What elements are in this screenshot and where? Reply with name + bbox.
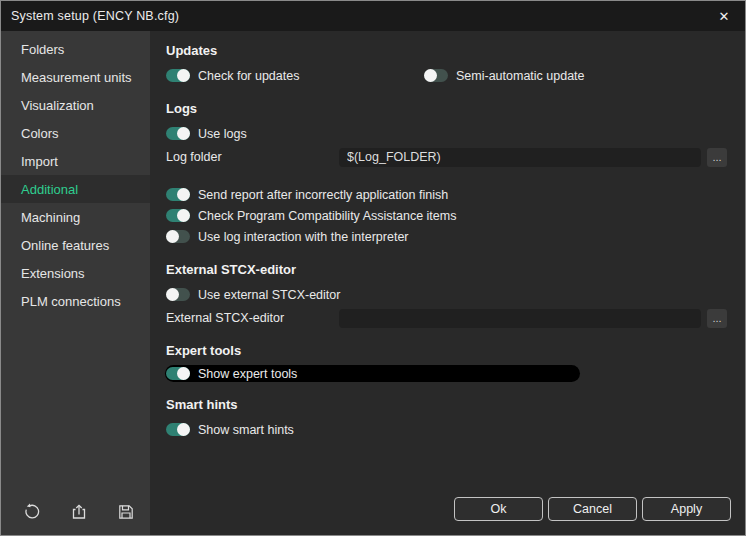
- send-report-row: Send report after incorrectly applicatio…: [166, 184, 727, 205]
- sidebar-item-measurement-units[interactable]: Measurement units: [1, 63, 150, 91]
- log-folder-row: Log folder ...: [166, 147, 727, 167]
- toggle-knob: [177, 188, 190, 201]
- section-title-expert-tools: Expert tools: [166, 343, 727, 358]
- toggle-knob: [177, 127, 190, 140]
- show-smart-hints-row: Show smart hints: [166, 419, 727, 440]
- cancel-button[interactable]: Cancel: [548, 497, 637, 521]
- use-logs-label: Use logs: [198, 127, 247, 141]
- dialog-buttons: Ok Cancel Apply: [150, 497, 745, 535]
- toggle-knob: [166, 230, 179, 243]
- system-setup-dialog: System setup (ENCY NB.cfg) ✕ Folders Mea…: [0, 0, 746, 536]
- use-logs-row: Use logs: [166, 123, 727, 144]
- export-icon[interactable]: [69, 503, 88, 522]
- sidebar-item-online-features[interactable]: Online features: [1, 231, 150, 259]
- use-external-stcx-editor-toggle[interactable]: [166, 288, 190, 301]
- toggle-knob: [177, 69, 190, 82]
- log-folder-browse-button[interactable]: ...: [707, 148, 727, 167]
- check-pca-toggle[interactable]: [166, 209, 190, 222]
- sidebar-item-import[interactable]: Import: [1, 147, 150, 175]
- semi-automatic-update-label: Semi-automatic update: [456, 69, 585, 83]
- send-report-toggle[interactable]: [166, 188, 190, 201]
- show-smart-hints-toggle[interactable]: [166, 423, 190, 436]
- toggle-knob: [424, 69, 437, 82]
- external-stcx-editor-path-input[interactable]: [339, 309, 701, 328]
- section-title-external-stcx-editor: External STCX-editor: [166, 262, 727, 277]
- sidebar-item-extensions[interactable]: Extensions: [1, 259, 150, 287]
- semi-automatic-update-toggle[interactable]: [424, 69, 448, 82]
- show-expert-tools-toggle[interactable]: [166, 367, 190, 380]
- show-smart-hints-label: Show smart hints: [198, 423, 294, 437]
- use-log-interaction-label: Use log interaction with the interpreter: [198, 230, 409, 244]
- send-report-label: Send report after incorrectly applicatio…: [198, 188, 448, 202]
- sidebar-item-plm-connections[interactable]: PLM connections: [1, 287, 150, 315]
- apply-button[interactable]: Apply: [642, 497, 731, 521]
- log-folder-input[interactable]: [339, 148, 701, 167]
- sidebar-item-machining[interactable]: Machining: [1, 203, 150, 231]
- show-expert-tools-row: Show expert tools: [165, 365, 580, 382]
- toggle-knob: [177, 423, 190, 436]
- use-external-stcx-editor-row: Use external STCX-editor: [166, 284, 727, 305]
- use-log-interaction-toggle[interactable]: [166, 230, 190, 243]
- section-title-logs: Logs: [166, 101, 727, 116]
- sidebar-item-additional[interactable]: Additional: [1, 175, 150, 203]
- section-title-updates: Updates: [166, 43, 727, 58]
- ok-button[interactable]: Ok: [454, 497, 543, 521]
- external-stcx-editor-browse-button[interactable]: ...: [707, 309, 727, 328]
- sidebar-nav: Folders Measurement units Visualization …: [1, 35, 150, 489]
- sidebar-item-colors[interactable]: Colors: [1, 119, 150, 147]
- sidebar-footer: [1, 489, 150, 535]
- toggle-knob: [177, 209, 190, 222]
- check-pca-row: Check Program Compatibility Assistance i…: [166, 205, 727, 226]
- show-expert-tools-label: Show expert tools: [198, 367, 297, 381]
- sidebar: Folders Measurement units Visualization …: [1, 31, 150, 535]
- external-stcx-editor-path-label: External STCX-editor: [166, 311, 339, 325]
- use-external-stcx-editor-label: Use external STCX-editor: [198, 288, 340, 302]
- window-title: System setup (ENCY NB.cfg): [11, 9, 713, 23]
- toggle-knob: [177, 367, 190, 380]
- use-log-interaction-row: Use log interaction with the interpreter: [166, 226, 727, 247]
- sidebar-item-folders[interactable]: Folders: [1, 35, 150, 63]
- titlebar: System setup (ENCY NB.cfg) ✕: [1, 1, 745, 31]
- log-folder-label: Log folder: [166, 150, 339, 164]
- save-icon[interactable]: [116, 503, 135, 522]
- close-icon[interactable]: ✕: [713, 5, 735, 27]
- check-pca-label: Check Program Compatibility Assistance i…: [198, 209, 456, 223]
- section-title-smart-hints: Smart hints: [166, 397, 727, 412]
- sidebar-item-visualization[interactable]: Visualization: [1, 91, 150, 119]
- check-for-updates-toggle[interactable]: [166, 69, 190, 82]
- reset-icon[interactable]: [22, 503, 41, 522]
- external-stcx-editor-path-row: External STCX-editor ...: [166, 308, 727, 328]
- settings-panel: Updates Check for updates Semi-automatic…: [150, 31, 745, 497]
- toggle-knob: [166, 288, 179, 301]
- use-logs-toggle[interactable]: [166, 127, 190, 140]
- check-for-updates-label: Check for updates: [198, 69, 299, 83]
- check-for-updates-row: Check for updates: [166, 65, 424, 86]
- semi-automatic-update-row: Semi-automatic update: [424, 65, 585, 86]
